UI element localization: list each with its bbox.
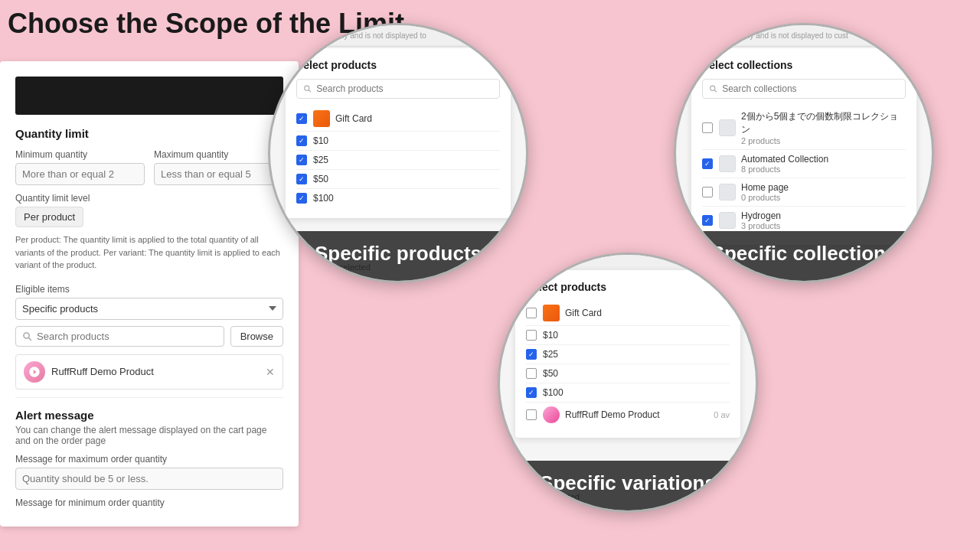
- max-msg-input[interactable]: [15, 468, 283, 490]
- alert-title: Alert message: [15, 409, 283, 422]
- popup-products-search: [296, 79, 500, 99]
- variant-10: $10: [313, 135, 328, 146]
- alert-section: Alert message You can change the alert m…: [15, 397, 283, 508]
- checkbox-v-25[interactable]: [526, 349, 537, 360]
- checkbox-v-ruff[interactable]: [526, 409, 537, 420]
- v-giftcard-thumb: [543, 305, 560, 321]
- checkbox-25[interactable]: [296, 155, 307, 165]
- coll2-info: Automated Collection 8 products: [741, 154, 828, 174]
- per-product-badge: Per product: [15, 207, 83, 227]
- coll4-sub: 3 products: [741, 221, 781, 230]
- eligible-label: Eligible items: [15, 284, 283, 295]
- popup-collections-search: [702, 79, 906, 99]
- checkbox-coll2[interactable]: [702, 158, 713, 169]
- coll2-sub: 8 products: [741, 165, 828, 174]
- svg-line-5: [714, 90, 717, 93]
- svg-point-4: [710, 86, 715, 90]
- max-qty-field: Maximum quantity: [154, 149, 283, 185]
- eligible-select[interactable]: Specific products: [15, 298, 283, 320]
- svg-line-3: [309, 90, 311, 93]
- variant-50: $50: [313, 174, 328, 184]
- min-msg-label: Message for minimum order quantity: [15, 497, 283, 508]
- v-giftcard-label: Gift Card: [565, 308, 602, 318]
- max-qty-input[interactable]: [154, 163, 283, 185]
- search-row: Browse: [15, 326, 283, 347]
- v-variant-25: $25: [543, 349, 558, 360]
- list-item: $25: [526, 345, 730, 364]
- admin-panel: Quantity limit Minimum quantity Maximum …: [0, 61, 299, 527]
- list-item: $50: [296, 170, 500, 189]
- list-item: RuffRuff Demo Product 0 av: [526, 403, 730, 427]
- products-label: Specific products: [270, 231, 526, 281]
- checkbox-v-100[interactable]: [526, 387, 537, 398]
- checkbox-10[interactable]: [296, 135, 307, 146]
- quantity-section: Quantity limit Minimum quantity Maximum …: [15, 127, 283, 272]
- popup-collections-title: Select collections: [702, 59, 906, 71]
- v-variant-10: $10: [543, 330, 558, 341]
- qty-row: Minimum quantity Maximum quantity: [15, 149, 283, 185]
- browse-button[interactable]: Browse: [230, 326, 283, 347]
- checkbox-v-50[interactable]: [526, 368, 537, 379]
- magnifier-collections: rative purposes only and is not displaye…: [674, 23, 934, 283]
- checkbox-coll4[interactable]: [702, 215, 713, 226]
- checkbox-coll1[interactable]: [702, 122, 713, 133]
- coll1-sub: 2 products: [741, 136, 906, 145]
- svg-point-0: [24, 332, 29, 337]
- variant-25: $25: [313, 155, 328, 165]
- popup-collections-search-input[interactable]: [722, 83, 899, 94]
- list-item: $10: [526, 326, 730, 345]
- coll3-sub: 0 products: [741, 193, 789, 202]
- checkbox-100[interactable]: [296, 193, 307, 204]
- max-qty-label: Maximum quantity: [154, 149, 283, 160]
- v-ruff-label: RuffRuff Demo Product: [565, 409, 660, 420]
- popup-products-title: Select products: [296, 59, 500, 71]
- search-icon-products: [303, 84, 312, 93]
- checkbox-giftcard[interactable]: [296, 113, 307, 124]
- popup-collections: Select collections 2個から5個までの個数制限コレクション 2…: [691, 48, 916, 245]
- checkbox-coll3[interactable]: [702, 187, 713, 197]
- coll3-name: Home page: [741, 182, 789, 193]
- coll3-info: Home page 0 products: [741, 182, 789, 202]
- min-qty-input[interactable]: [15, 163, 145, 185]
- magnifier-products: rative purposes only and is not displaye…: [268, 23, 528, 283]
- list-item: Gift Card: [296, 106, 500, 132]
- coll1-info: 2個から5個までの個数制限コレクション 2 products: [741, 110, 906, 145]
- eligible-section: Eligible items Specific products Browse …: [15, 284, 283, 390]
- popup-products-search-input[interactable]: [316, 83, 493, 94]
- checkbox-50[interactable]: [296, 174, 307, 184]
- max-msg-label: Message for maximum order quantity: [15, 454, 283, 465]
- v-ruff-thumb: [543, 406, 560, 423]
- variant-100: $100: [313, 193, 334, 204]
- product-avatar: [24, 361, 45, 383]
- list-item: 2個から5個までの個数制限コレクション 2 products: [702, 106, 906, 150]
- popup-products: Select products Gift Card $10 $25: [286, 48, 511, 218]
- coll4-name: Hydrogen: [741, 210, 781, 221]
- checkbox-v-10[interactable]: [526, 330, 537, 341]
- search-icon: [22, 331, 32, 341]
- giftcard-thumb: [313, 110, 330, 127]
- svg-point-2: [305, 86, 309, 90]
- list-item: Gift Card: [526, 301, 730, 326]
- popup-variations: Select products Gift Card $10 $25 $50: [515, 270, 740, 438]
- search-products-input[interactable]: [37, 331, 217, 342]
- redacted-bar: [15, 77, 283, 115]
- remove-product-button[interactable]: ✕: [266, 366, 275, 378]
- coll1-thumb: [719, 119, 736, 136]
- giftcard-label: Gift Card: [335, 113, 372, 124]
- v-variant-100: $100: [543, 387, 564, 398]
- top-strip-products: rative purposes only and is not displaye…: [270, 25, 526, 47]
- v-variant-50: $50: [543, 368, 558, 379]
- coll1-name: 2個から5個までの個数制限コレクション: [741, 110, 906, 136]
- mag-products-inner: rative purposes only and is not displaye…: [270, 25, 526, 281]
- variations-label: Specific variations: [500, 461, 756, 510]
- list-item: Automated Collection 8 products: [702, 150, 906, 178]
- per-product-desc: Per product: The quantity limit is appli…: [15, 233, 283, 272]
- coll2-thumb: [719, 155, 736, 172]
- alert-desc: You can change the alert message display…: [15, 425, 283, 446]
- coll2-name: Automated Collection: [741, 154, 828, 165]
- search-icon-collections: [709, 84, 717, 93]
- coll4-thumb: [719, 212, 736, 229]
- checkbox-v-giftcard[interactable]: [526, 308, 537, 318]
- magnifier-variations: n products Select products Gift Card $10…: [498, 253, 758, 513]
- coll4-info: Hydrogen 3 products: [741, 210, 781, 230]
